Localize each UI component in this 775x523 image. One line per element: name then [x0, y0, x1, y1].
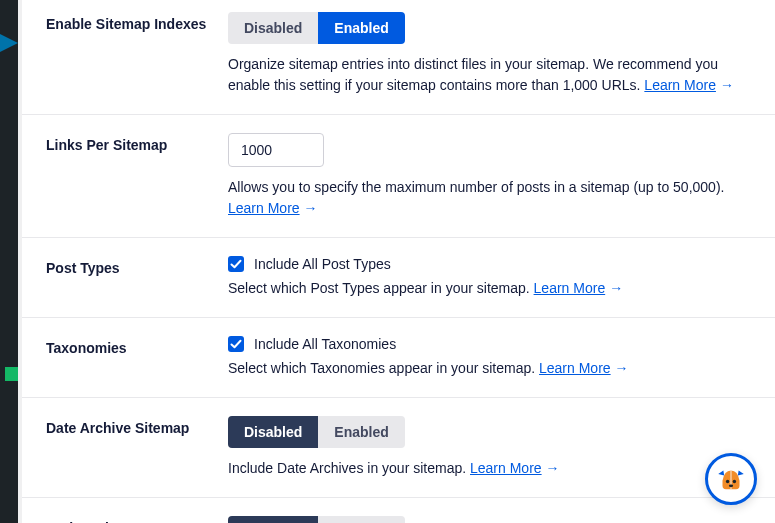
desc-taxonomies: Select which Taxonomies appear in your s… [228, 358, 751, 379]
toggle-enabled-button[interactable]: Enabled [318, 516, 404, 523]
checkbox-row-post-types: Include All Post Types [228, 256, 751, 272]
field-sitemap-indexes: Disabled Enabled Organize sitemap entrie… [228, 12, 751, 96]
label-post-types: Post Types [46, 256, 228, 276]
sitemap-settings-panel: Enable Sitemap Indexes Disabled Enabled … [22, 0, 775, 523]
help-mascot-button[interactable] [705, 453, 757, 505]
check-icon [230, 338, 242, 350]
label-author-sitemap: Author Sitemap [46, 516, 228, 523]
svg-point-1 [726, 480, 729, 483]
row-post-types: Post Types Include All Post Types Select… [22, 238, 775, 318]
desc-text: Select which Post Types appear in your s… [228, 280, 534, 296]
checkbox-label: Include All Taxonomies [254, 336, 396, 352]
field-date-archive: Disabled Enabled Include Date Archives i… [228, 416, 751, 479]
toggle-date-archive: Disabled Enabled [228, 416, 405, 448]
row-links-per-sitemap: Links Per Sitemap Allows you to specify … [22, 115, 775, 238]
include-all-taxonomies-checkbox[interactable] [228, 336, 244, 352]
desc-text: Include Date Archives in your sitemap. [228, 460, 470, 476]
toggle-disabled-button[interactable]: Disabled [228, 516, 318, 523]
row-date-archive: Date Archive Sitemap Disabled Enabled In… [22, 398, 775, 498]
desc-date-archive: Include Date Archives in your sitemap. L… [228, 458, 751, 479]
svg-point-3 [729, 484, 733, 487]
arrow-right-icon: → [720, 75, 734, 96]
learn-more-link[interactable]: Learn More [539, 360, 611, 376]
checkbox-row-taxonomies: Include All Taxonomies [228, 336, 751, 352]
desc-post-types: Select which Post Types appear in your s… [228, 278, 751, 299]
toggle-enabled-button[interactable]: Enabled [318, 12, 404, 44]
links-per-sitemap-input[interactable] [228, 133, 324, 167]
arrow-right-icon: → [546, 458, 560, 479]
toggle-disabled-button[interactable]: Disabled [228, 416, 318, 448]
mascot-icon [714, 462, 748, 496]
collapse-triangle-icon[interactable] [0, 34, 18, 52]
desc-links-per-sitemap: Allows you to specify the maximum number… [228, 177, 751, 219]
row-author-sitemap: Author Sitemap Disabled Enabled [22, 498, 775, 523]
learn-more-link[interactable]: Learn More [534, 280, 606, 296]
desc-text: Select which Taxonomies appear in your s… [228, 360, 539, 376]
field-links-per-sitemap: Allows you to specify the maximum number… [228, 133, 751, 219]
row-taxonomies: Taxonomies Include All Taxonomies Select… [22, 318, 775, 398]
label-taxonomies: Taxonomies [46, 336, 228, 356]
checkbox-label: Include All Post Types [254, 256, 391, 272]
label-links-per-sitemap: Links Per Sitemap [46, 133, 228, 153]
arrow-right-icon: → [615, 358, 629, 379]
toggle-author-sitemap: Disabled Enabled [228, 516, 405, 523]
svg-point-2 [733, 480, 736, 483]
learn-more-link[interactable]: Learn More [470, 460, 542, 476]
label-sitemap-indexes: Enable Sitemap Indexes [46, 12, 228, 32]
row-sitemap-indexes: Enable Sitemap Indexes Disabled Enabled … [22, 0, 775, 115]
field-post-types: Include All Post Types Select which Post… [228, 256, 751, 299]
desc-text: Allows you to specify the maximum number… [228, 179, 724, 195]
plugin-badge-icon [5, 367, 18, 381]
field-author-sitemap: Disabled Enabled [228, 516, 751, 523]
desc-sitemap-indexes: Organize sitemap entries into distinct f… [228, 54, 751, 96]
label-date-archive: Date Archive Sitemap [46, 416, 228, 436]
check-icon [230, 258, 242, 270]
learn-more-link[interactable]: Learn More [228, 200, 300, 216]
arrow-right-icon: → [304, 198, 318, 219]
toggle-sitemap-indexes: Disabled Enabled [228, 12, 405, 44]
toggle-enabled-button[interactable]: Enabled [318, 416, 404, 448]
learn-more-link[interactable]: Learn More [644, 77, 716, 93]
field-taxonomies: Include All Taxonomies Select which Taxo… [228, 336, 751, 379]
wp-admin-sidebar [0, 0, 18, 523]
arrow-right-icon: → [609, 278, 623, 299]
toggle-disabled-button[interactable]: Disabled [228, 12, 318, 44]
include-all-post-types-checkbox[interactable] [228, 256, 244, 272]
